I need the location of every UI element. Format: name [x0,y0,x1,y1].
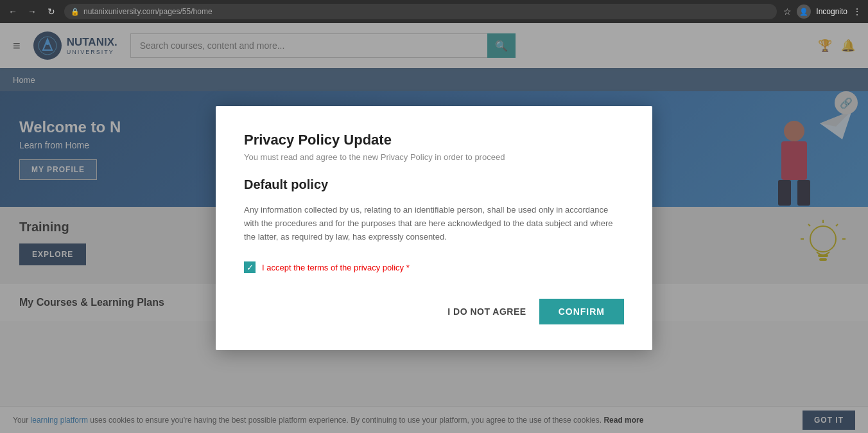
do-not-agree-button[interactable]: I DO NOT AGREE [447,306,526,317]
checkbox-row: ✓ I accept the terms of the privacy poli… [244,261,624,273]
confirm-button[interactable]: CONFIRM [539,299,624,324]
reload-button[interactable]: ↻ [45,5,58,18]
incognito-label: Incognito [816,7,847,16]
browser-chrome: ← → ↻ 🔒 nutanixuniversity.com/pages/55/h… [0,0,868,23]
modal-overlay: Privacy Policy Update You must read and … [0,23,868,433]
star-icon[interactable]: ☆ [783,6,792,17]
modal-policy-text: Any information collected by us, relatin… [244,204,624,243]
url-text: nutanixuniversity.com/pages/55/home [83,7,213,16]
browser-actions: ☆ 👤 Incognito ⋮ [783,4,862,19]
modal-title: Privacy Policy Update [244,132,624,148]
accept-checkbox[interactable]: ✓ [244,261,256,273]
modal-policy-title: Default policy [244,177,624,192]
page-wrap: ≡ NUTANIX. UNIVERSITY 🔍 🏆 🔔 Home [0,23,868,433]
back-button[interactable]: ← [6,5,19,18]
modal-actions: I DO NOT AGREE CONFIRM [244,299,624,324]
checkbox-label[interactable]: I accept the terms of the privacy policy… [262,263,410,272]
forward-button[interactable]: → [26,5,39,18]
url-bar[interactable]: 🔒 nutanixuniversity.com/pages/55/home [64,4,777,19]
more-menu-icon[interactable]: ⋮ [853,6,862,17]
lock-icon: 🔒 [71,8,80,16]
privacy-policy-modal: Privacy Policy Update You must read and … [216,106,652,350]
modal-subtitle: You must read and agree to the new Priva… [244,152,624,162]
incognito-icon: 👤 [797,4,811,19]
